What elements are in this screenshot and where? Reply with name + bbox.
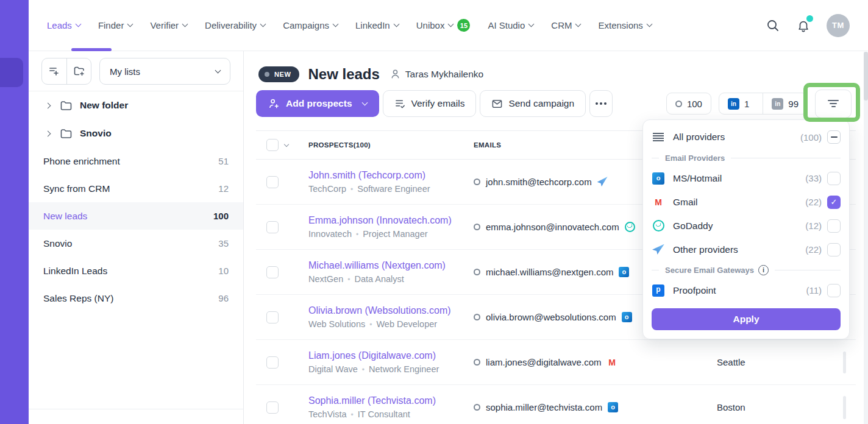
app-window: Leads Finder Verifier Deliverability Cam… bbox=[0, 0, 868, 424]
nav-finder[interactable]: Finder bbox=[98, 20, 133, 30]
row-checkbox[interactable] bbox=[266, 356, 279, 369]
add-prospects-button[interactable]: Add prospects bbox=[256, 90, 379, 117]
linkedin-stats-pill: in 1 in 99 bbox=[719, 93, 808, 115]
row-checkbox[interactable] bbox=[266, 266, 279, 278]
prospect-name-link[interactable]: Sophia.miller (Techvista.com) bbox=[308, 395, 474, 406]
email-text[interactable]: sophia.miller@techvista.com bbox=[486, 402, 602, 412]
column-header-prospects[interactable]: PROSPECTS(100) bbox=[308, 141, 474, 149]
info-icon[interactable]: i bbox=[758, 265, 769, 275]
vertical-scrollbar[interactable] bbox=[864, 52, 868, 424]
nav-linkedin[interactable]: LinkedIn bbox=[355, 20, 399, 30]
provider-icon bbox=[622, 312, 632, 322]
row-checkbox[interactable] bbox=[266, 311, 279, 323]
godaddy-checkbox[interactable] bbox=[827, 219, 841, 233]
section-email-providers: Email Providers bbox=[652, 149, 841, 166]
chevron-down-icon bbox=[75, 21, 81, 27]
email-text[interactable]: olivia.brown@websolutions.com bbox=[486, 312, 616, 322]
folder-snovio[interactable]: Snovio bbox=[29, 119, 243, 147]
hamburger-icon bbox=[653, 133, 664, 141]
gmail-checkbox[interactable] bbox=[827, 196, 841, 209]
all-providers-checkbox[interactable] bbox=[827, 130, 841, 144]
other-providers-checkbox[interactable] bbox=[827, 243, 841, 256]
nav-leads[interactable]: Leads bbox=[47, 20, 80, 30]
scrollbar-thumb[interactable] bbox=[864, 52, 868, 101]
prospect-name-link[interactable]: Emma.johnson (Innovatech.com) bbox=[308, 215, 474, 226]
linkedin-primary-count[interactable]: in 1 bbox=[719, 93, 758, 114]
paper-plane-icon bbox=[652, 244, 664, 255]
table-row: Sophia.miller (Techvista.com) TechVistaI… bbox=[256, 385, 856, 424]
chevron-down-icon bbox=[575, 21, 582, 27]
filter-item-godaddy[interactable]: GoDaddy (12) bbox=[652, 214, 841, 238]
prospect-name-link[interactable]: Liam.jones (Digitalwave.com) bbox=[308, 350, 474, 361]
divider bbox=[29, 409, 244, 409]
filter-item-gmail[interactable]: Gmail (22) bbox=[652, 190, 841, 214]
email-status-icon bbox=[474, 178, 480, 185]
row-checkbox[interactable] bbox=[266, 401, 279, 414]
sidebar-item-phone-enrichment[interactable]: Phone enrichment 51 bbox=[29, 147, 243, 175]
add-list-button[interactable] bbox=[42, 58, 66, 84]
send-campaign-button[interactable]: Send campaign bbox=[480, 90, 586, 117]
list-owner: Taras Mykhailenko bbox=[390, 68, 483, 80]
chevron-right-icon bbox=[45, 102, 51, 108]
chevron-down-icon bbox=[260, 21, 266, 27]
email-text[interactable]: michael.williams@nextgen.com bbox=[486, 267, 613, 277]
chevron-down-icon bbox=[448, 21, 454, 27]
notifications-bell-icon[interactable] bbox=[796, 18, 811, 33]
envelope-icon bbox=[491, 98, 503, 110]
left-rail bbox=[0, 0, 29, 424]
provider-count: (33) bbox=[805, 173, 822, 183]
chevron-down-icon bbox=[333, 21, 339, 27]
sidebar-item-linkedin-leads[interactable]: LinkedIn Leads 10 bbox=[29, 257, 243, 284]
filter-item-proofpoint[interactable]: Proofpoint (11) bbox=[652, 278, 841, 302]
sidebar-item-snovio[interactable]: Snovio 35 bbox=[29, 230, 243, 257]
email-provider-filter-panel: All providers (100) Email Providers MS/H… bbox=[642, 119, 850, 339]
folder-new-folder[interactable]: New folder bbox=[29, 91, 243, 119]
apply-button[interactable]: Apply bbox=[652, 308, 841, 330]
filter-all-providers-row[interactable]: All providers (100) bbox=[652, 125, 841, 149]
filter-item-ms-hotmail[interactable]: MS/Hotmail (33) bbox=[652, 166, 841, 190]
sidebar-item-new-leads[interactable]: New leads 100 bbox=[29, 202, 243, 230]
sidebar-item-sales-reps-ny[interactable]: Sales Reps (NY) 96 bbox=[29, 284, 243, 312]
table-scrollbar-thumb[interactable] bbox=[843, 352, 846, 373]
verify-emails-button[interactable]: Verify emails bbox=[383, 90, 477, 117]
nav-verifier[interactable]: Verifier bbox=[150, 20, 187, 30]
nav-campaigns[interactable]: Campaigns bbox=[283, 20, 338, 30]
chevron-down-icon[interactable] bbox=[284, 141, 289, 146]
total-prospects-pill[interactable]: 100 bbox=[666, 93, 711, 115]
chevron-down-icon bbox=[393, 21, 399, 27]
email-text[interactable]: john.smith@techcorp.com bbox=[486, 177, 592, 187]
chevron-down-icon bbox=[215, 67, 221, 73]
chevron-down-icon bbox=[361, 99, 368, 105]
filter-button[interactable] bbox=[815, 90, 852, 118]
my-lists-dropdown[interactable]: My lists bbox=[99, 58, 230, 85]
owner-name: Taras Mykhailenko bbox=[405, 69, 483, 80]
row-checkbox[interactable] bbox=[266, 176, 279, 188]
linkedin-secondary-count[interactable]: in 99 bbox=[763, 93, 807, 114]
email-text[interactable]: liam.jones@digitalwave.com bbox=[486, 357, 601, 367]
chevron-down-icon bbox=[127, 21, 133, 27]
nav-deliverability[interactable]: Deliverability bbox=[205, 20, 265, 30]
search-icon[interactable] bbox=[766, 18, 780, 33]
more-options-button[interactable] bbox=[589, 90, 613, 117]
avatar[interactable]: TM bbox=[827, 14, 850, 37]
filter-item-other-providers[interactable]: Other providers (22) bbox=[652, 238, 841, 261]
rail-active-item[interactable] bbox=[0, 58, 23, 87]
prospect-name-link[interactable]: Olivia.brown (Websolutions.com) bbox=[308, 305, 474, 316]
sidebar-item-sync-from-crm[interactable]: Sync from CRM 12 bbox=[29, 175, 243, 202]
status-dot bbox=[265, 72, 269, 77]
nav-crm[interactable]: CRM bbox=[551, 20, 580, 30]
add-folder-button[interactable] bbox=[66, 58, 91, 84]
ms-hotmail-checkbox[interactable] bbox=[827, 172, 841, 185]
row-checkbox[interactable] bbox=[266, 221, 279, 233]
list-count: 35 bbox=[218, 238, 229, 249]
table-scrollbar-thumb[interactable] bbox=[843, 396, 846, 419]
list-count: 100 bbox=[213, 211, 229, 221]
email-text[interactable]: emma.johnson@innovatech.com bbox=[486, 222, 619, 232]
proofpoint-checkbox[interactable] bbox=[827, 284, 841, 297]
select-all-checkbox[interactable] bbox=[266, 139, 279, 151]
nav-extensions[interactable]: Extensions bbox=[598, 20, 651, 30]
prospect-name-link[interactable]: Michael.williams (Nextgen.com) bbox=[308, 260, 474, 271]
nav-unibox[interactable]: Unibox15 bbox=[416, 19, 471, 32]
prospect-name-link[interactable]: John.smith (Techcorp.com) bbox=[308, 170, 474, 181]
nav-ai-studio[interactable]: AI Studio bbox=[488, 20, 533, 30]
